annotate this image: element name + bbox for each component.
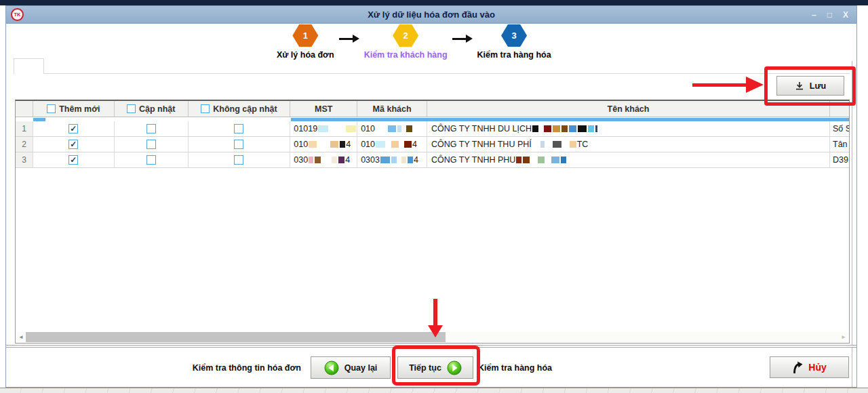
cancel-button[interactable]: Hủy [770, 356, 849, 378]
table-row[interactable]: 1✓01019 010 CÔNG TY TNHH DU LỊCH Số S [16, 121, 849, 137]
row-number: 3 [16, 152, 33, 167]
header-ten-khach[interactable]: Tên khách [427, 101, 830, 117]
wizard-step-2: 2 Kiểm tra khách hàng [364, 24, 448, 60]
checkbox-unchecked[interactable] [201, 104, 210, 113]
checkbox-checked[interactable]: ✓ [68, 124, 78, 133]
titlebar[interactable]: TK Xử lý dữ liệu hóa đơn đầu vào – □ X [6, 6, 856, 24]
redacted-block [523, 157, 530, 163]
header-ma-khach[interactable]: Mã khách [357, 101, 427, 117]
redacted-block [338, 157, 344, 163]
redacted-block [340, 141, 345, 148]
cell-them-moi[interactable]: ✓ [33, 121, 115, 136]
cell-ma-khach: 010 4 [357, 137, 427, 152]
row-number: 1 [16, 121, 33, 136]
cell-khong-cap-nhat[interactable] [189, 137, 291, 152]
next-arrow-icon [447, 360, 462, 375]
checkbox-checked[interactable]: ✓ [68, 140, 78, 149]
next-button[interactable]: Tiếp tục [397, 356, 473, 379]
cell-extra: Số S [830, 121, 849, 136]
back-button-label: Quay lại [344, 363, 378, 373]
step-1-hexagon: 1 [292, 24, 318, 47]
maximize-button[interactable]: □ [827, 10, 832, 20]
checkbox-unchecked[interactable] [47, 104, 56, 113]
redacted-block [578, 125, 587, 132]
checkbox-unchecked[interactable] [146, 155, 156, 165]
redacted-block [532, 125, 538, 132]
cell-them-moi[interactable]: ✓ [33, 152, 115, 167]
panel-right-border [852, 61, 852, 387]
table-header-row: Thêm mới Cập nhật Không cập nhật MST Mã … [16, 101, 849, 117]
redacted-block [404, 141, 412, 148]
cell-ten-khach: CÔNG TY TNHH DU LỊCH [427, 121, 830, 136]
redacted-block [315, 157, 321, 163]
header-mst[interactable]: MST [290, 101, 357, 117]
cell-khong-cap-nhat[interactable] [189, 152, 291, 167]
redacted-block [408, 157, 413, 163]
close-button[interactable]: X [843, 10, 848, 20]
footer-right-label: Kiểm tra hàng hóa [478, 363, 552, 373]
cell-ma-khach: 010 [357, 121, 427, 136]
table-body: 1✓01019 010 CÔNG TY TNHH DU LỊCH Số S2✓0… [16, 121, 849, 168]
checkbox-unchecked[interactable] [146, 140, 156, 149]
cell-mst: 010 4 [290, 137, 357, 152]
table-row[interactable]: 3✓030 40303 4CÔNG TY TNHH PHU D39 [16, 152, 849, 168]
checkbox-unchecked[interactable] [146, 124, 156, 133]
cancel-curved-arrow-icon [792, 361, 803, 374]
tab-blank[interactable] [14, 58, 44, 74]
cancel-button-label: Hủy [808, 362, 826, 373]
header-cap-nhat[interactable]: Cập nhật [115, 101, 189, 117]
checkbox-unchecked[interactable] [234, 124, 243, 133]
cell-them-moi[interactable]: ✓ [33, 137, 115, 152]
save-download-icon [795, 81, 804, 90]
redacted-block [391, 157, 397, 163]
redacted-block [540, 125, 542, 132]
header-ten-khach-label: Tên khách [608, 104, 650, 114]
redacted-block [309, 141, 317, 148]
redacted-block [376, 125, 387, 132]
checkbox-unchecked[interactable] [234, 155, 243, 165]
wizard-step-3: 3 Kiểm tra hàng hóa [477, 24, 551, 60]
redacted-block [546, 157, 550, 163]
save-button[interactable]: Lưu [776, 76, 844, 96]
redacted-block [387, 141, 390, 148]
scroll-right-icon[interactable]: ► [839, 334, 848, 340]
back-button[interactable]: Quay lại [311, 356, 391, 379]
next-button-label: Tiếp tục [409, 363, 441, 373]
table-row[interactable]: 2✓010 4010 4CÔNG TY TNHH THU PHÍ TCTân [16, 137, 849, 152]
cell-cap-nhat[interactable] [115, 137, 189, 152]
redacted-block [318, 125, 328, 132]
scrollbar-thumb[interactable] [26, 332, 446, 342]
redacted-block [309, 157, 313, 163]
redacted-block [401, 157, 406, 163]
redacted-block [570, 141, 576, 148]
redacted-block [403, 125, 405, 132]
customers-table[interactable]: Thêm mới Cập nhật Không cập nhật MST Mã … [15, 100, 850, 344]
window-title: Xử lý dữ liệu hóa đơn đầu vào [6, 9, 856, 20]
header-mst-label: MST [315, 104, 332, 114]
horizontal-scrollbar[interactable]: ◄ ► [16, 332, 848, 342]
screen-top-strip [0, 0, 868, 5]
cell-extra: D39 [830, 152, 849, 167]
cell-cap-nhat[interactable] [115, 152, 189, 167]
cell-khong-cap-nhat[interactable] [189, 121, 291, 136]
step-arrow-icon [339, 35, 359, 43]
checkbox-unchecked[interactable] [127, 104, 136, 113]
cell-mst: 01019 [290, 121, 357, 136]
redacted-block [563, 141, 568, 148]
back-arrow-icon [324, 360, 339, 375]
scroll-left-icon[interactable]: ◄ [16, 334, 26, 340]
header-extra [830, 101, 849, 117]
redacted-block [553, 125, 560, 132]
redacted-block [322, 157, 330, 163]
checkbox-unchecked[interactable] [234, 140, 243, 149]
step-2-label: Kiểm tra khách hàng [364, 50, 448, 60]
row-number: 2 [16, 137, 33, 152]
redacted-block [553, 141, 561, 148]
cell-cap-nhat[interactable] [115, 121, 189, 136]
redacted-block [551, 157, 559, 163]
step-2-hexagon: 2 [393, 24, 418, 47]
header-them-moi[interactable]: Thêm mới [33, 101, 115, 117]
checkbox-checked[interactable]: ✓ [68, 155, 78, 165]
header-khong-cap-nhat[interactable]: Không cập nhật [189, 101, 291, 117]
minimize-button[interactable]: – [812, 10, 816, 20]
